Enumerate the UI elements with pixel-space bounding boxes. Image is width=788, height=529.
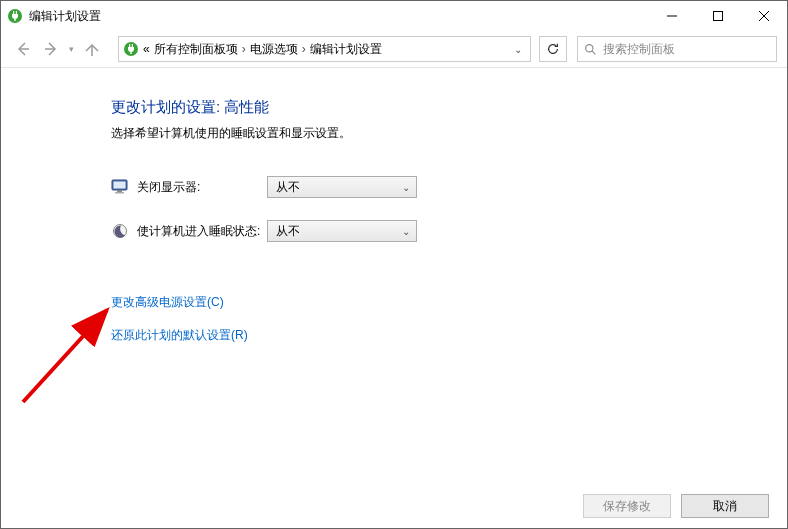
titlebar: 编辑计划设置: [1, 1, 787, 31]
svg-point-9: [586, 44, 593, 51]
power-options-icon: [7, 8, 23, 24]
search-placeholder: 搜索控制面板: [603, 41, 675, 58]
advanced-power-settings-link[interactable]: 更改高级电源设置(C): [111, 294, 224, 311]
svg-rect-4: [714, 12, 723, 21]
content-area: 更改计划的设置: 高性能 选择希望计算机使用的睡眠设置和显示设置。 关闭显示器:…: [1, 68, 787, 494]
svg-rect-12: [117, 190, 122, 192]
forward-button[interactable]: [39, 37, 63, 61]
setting-label: 使计算机进入睡眠状态:: [137, 223, 267, 240]
monitor-icon: [111, 178, 129, 196]
chevron-down-icon: ⌄: [402, 226, 410, 237]
display-off-combobox[interactable]: 从不 ⌄: [267, 176, 417, 198]
breadcrumb-item[interactable]: 编辑计划设置: [310, 41, 382, 58]
svg-rect-6: [129, 44, 130, 47]
breadcrumb-prefix: «: [143, 42, 150, 56]
location-power-icon: [123, 41, 139, 57]
save-button[interactable]: 保存修改: [583, 494, 671, 518]
combo-value: 从不: [276, 179, 300, 196]
search-icon: [584, 43, 597, 56]
svg-rect-8: [130, 51, 131, 54]
chevron-down-icon: ⌄: [402, 182, 410, 193]
svg-rect-3: [14, 18, 15, 21]
combo-value: 从不: [276, 223, 300, 240]
breadcrumb-item[interactable]: 所有控制面板项: [154, 41, 238, 58]
annotation-arrow: [15, 300, 125, 410]
moon-icon: [111, 222, 129, 240]
setting-row-display-off: 关闭显示器: 从不 ⌄: [111, 176, 747, 198]
breadcrumb-separator-icon: ›: [242, 42, 246, 56]
svg-rect-13: [115, 192, 124, 194]
close-button[interactable]: [741, 1, 787, 31]
links-section: 更改高级电源设置(C) 还原此计划的默认设置(R): [111, 278, 747, 344]
svg-rect-2: [16, 11, 17, 14]
breadcrumb-separator-icon: ›: [302, 42, 306, 56]
window-controls: [649, 1, 787, 31]
cancel-button[interactable]: 取消: [681, 494, 769, 518]
button-row: 保存修改 取消: [1, 494, 787, 528]
address-bar[interactable]: « 所有控制面板项 › 电源选项 › 编辑计划设置 ⌄: [118, 36, 531, 62]
window-title: 编辑计划设置: [29, 8, 649, 25]
restore-defaults-link[interactable]: 还原此计划的默认设置(R): [111, 327, 248, 344]
svg-rect-1: [13, 11, 14, 14]
svg-rect-7: [132, 44, 133, 47]
heading-prefix: 更改计划的设置:: [111, 98, 224, 115]
search-box[interactable]: 搜索控制面板: [577, 36, 777, 62]
up-button[interactable]: [80, 37, 104, 61]
breadcrumb-item[interactable]: 电源选项: [250, 41, 298, 58]
plan-name: 高性能: [224, 98, 269, 115]
minimize-button[interactable]: [649, 1, 695, 31]
address-dropdown-chevron-icon[interactable]: ⌄: [510, 44, 526, 55]
setting-label: 关闭显示器:: [137, 179, 267, 196]
maximize-button[interactable]: [695, 1, 741, 31]
sleep-combobox[interactable]: 从不 ⌄: [267, 220, 417, 242]
setting-row-sleep: 使计算机进入睡眠状态: 从不 ⌄: [111, 220, 747, 242]
back-button[interactable]: [11, 37, 35, 61]
recent-locations-chevron-icon[interactable]: ▾: [69, 44, 74, 54]
navigation-bar: ▾ « 所有控制面板项 › 电源选项 › 编辑计划设置 ⌄: [1, 31, 787, 67]
page-heading: 更改计划的设置: 高性能: [111, 98, 747, 117]
svg-rect-11: [114, 182, 126, 189]
refresh-button[interactable]: [539, 36, 567, 62]
window: 编辑计划设置 ▾: [0, 0, 788, 529]
page-subheading: 选择希望计算机使用的睡眠设置和显示设置。: [111, 125, 747, 142]
